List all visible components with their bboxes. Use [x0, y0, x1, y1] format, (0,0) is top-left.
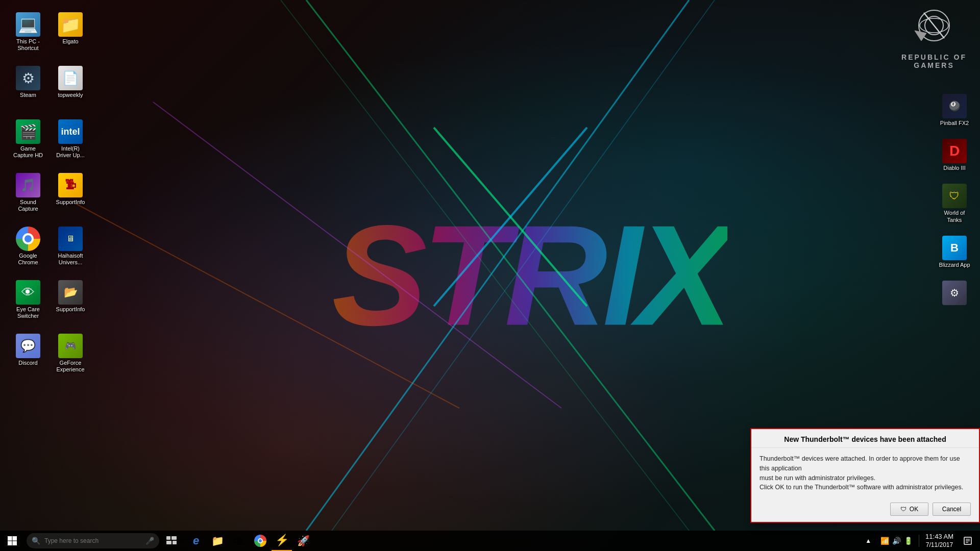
system-tray: ▲ 📶 🔊 🔋 11:43 AM 7/11/2017	[862, 531, 980, 551]
ok-label: OK	[910, 506, 918, 513]
tray-battery-icon[interactable]: 🔋	[904, 537, 913, 545]
steam-label: Steam	[20, 92, 36, 98]
blizzard-icon: B	[942, 236, 967, 260]
notification-icon	[964, 537, 972, 545]
desktop-icon-steam[interactable]: ⚙ Steam	[8, 64, 48, 101]
svg-rect-18	[172, 536, 177, 540]
desktop-icon-eyecare[interactable]: 👁 Eye CareSwitcher	[8, 278, 48, 321]
tray-separator	[919, 535, 919, 547]
desktop-icon-update[interactable]: ⚙	[934, 279, 975, 309]
dialog-buttons: 🛡 OK Cancel	[751, 498, 979, 522]
search-input[interactable]	[44, 537, 136, 544]
clock-time: 11:43 AM	[925, 533, 953, 541]
svg-rect-20	[173, 541, 177, 544]
topweekly-label: topweekly	[58, 92, 83, 98]
svg-rect-16	[13, 541, 17, 546]
taskbar-file-explorer[interactable]: 📁	[207, 531, 228, 551]
update-icon: ⚙	[942, 281, 967, 305]
clock-date: 7/11/2017	[926, 541, 953, 549]
edge-icon: e	[193, 534, 199, 547]
thunderbolt-dialog: New Thunderbolt™ devices have been attac…	[750, 428, 980, 523]
desktop-icon-chrome[interactable]: GoogleChrome	[8, 224, 48, 268]
desktop-icon-pinballfx2[interactable]: 🎱 Pinball FX2	[934, 92, 975, 129]
desktop-icon-blizzard[interactable]: B Blizzard App	[934, 234, 975, 270]
desktop-icon-diablo3[interactable]: D Diablo III	[934, 137, 975, 173]
pinballfx2-icon: 🎱	[942, 94, 967, 118]
rog-line1: REPUBLIC OF	[893, 53, 975, 61]
desktop-icons-left: 💻 This PC -Shortcut 📁 Elgato ⚙ Steam 📄 t…	[5, 5, 87, 495]
soundcapture-label: SoundCapture	[18, 199, 38, 212]
start-button[interactable]	[0, 531, 24, 551]
task-view-icon	[166, 536, 177, 545]
desktop-icon-topweekly[interactable]: 📄 topweekly	[50, 64, 91, 101]
svg-rect-15	[8, 541, 12, 546]
pinballfx2-label: Pinball FX2	[940, 120, 969, 127]
dialog-body-line1: Thunderbolt™ devices were attached. In o…	[760, 455, 960, 472]
taskbar-edge[interactable]: e	[186, 531, 206, 551]
tray-chevron-button[interactable]: ▲	[862, 537, 874, 544]
desktop-icons-right: 🎱 Pinball FX2 D Diablo III 🛡 World ofTan…	[934, 92, 975, 309]
dialog-body-line2: must be run with administrator privilege…	[760, 474, 875, 482]
gamecapture-icon: 🎬	[16, 119, 40, 144]
desktop-icon-supportinfo1[interactable]: 🗜 SupportInfo	[50, 171, 91, 208]
desktop-icon-gamecapture[interactable]: 🎬 GameCapture HD	[8, 117, 48, 161]
desktop-icon-worldoftanks[interactable]: 🛡 World ofTanks	[934, 182, 975, 225]
search-icon: 🔍	[32, 537, 40, 545]
desktop-icon-intel[interactable]: intel Intel(R)Driver Up...	[50, 117, 91, 161]
haihaisoft-label: HaihaisoftUnivers...	[58, 253, 83, 266]
intel-label: Intel(R)Driver Up...	[56, 145, 85, 159]
desktop-icon-geforce[interactable]: 🎮 GeForceExperience	[50, 332, 91, 375]
rocket-icon: 🚀	[297, 535, 310, 547]
notification-center-button[interactable]	[960, 531, 976, 551]
windows-logo-icon	[7, 536, 17, 546]
dialog-body-line3: Click OK to run the Thunderbolt™ softwar…	[760, 484, 963, 491]
taskbar-store[interactable]: 🛍	[229, 531, 249, 551]
rog-line2: GAMERS	[893, 61, 975, 69]
supportinfo1-icon: 🗜	[58, 173, 83, 197]
dialog-cancel-button[interactable]: Cancel	[933, 503, 971, 516]
explorer-icon: 📁	[211, 535, 224, 547]
desktop-icon-discord[interactable]: 💬 Discord	[8, 332, 48, 368]
desktop: STRIX REPUBLIC OF GAMERS 💻 This	[0, 0, 980, 551]
chrome-icon	[16, 227, 40, 251]
tray-volume-icon[interactable]: 🔊	[892, 537, 901, 545]
worldoftanks-label: World ofTanks	[944, 210, 965, 223]
haihaisoft-icon: 🖥	[58, 227, 83, 251]
taskbar-thunderbolt[interactable]: ⚡	[272, 531, 292, 551]
dialog-title: New Thunderbolt™ devices have been attac…	[751, 429, 979, 448]
task-view-button[interactable]	[161, 531, 182, 551]
taskbar-search[interactable]: 🔍 🎤	[27, 533, 159, 548]
dialog-body: Thunderbolt™ devices were attached. In o…	[751, 448, 979, 498]
desktop-icon-elgato[interactable]: 📁 Elgato	[50, 10, 91, 47]
supportinfo2-icon: 📂	[58, 280, 83, 305]
diablo3-label: Diablo III	[943, 165, 965, 171]
discord-icon: 💬	[16, 334, 40, 358]
desktop-icon-haihaisoft[interactable]: 🖥 HaihaisoftUnivers...	[50, 224, 91, 268]
taskbar-chrome[interactable]	[250, 531, 271, 551]
elgato-label: Elgato	[62, 38, 78, 45]
taskbar-rocket-app[interactable]: 🚀	[293, 531, 313, 551]
geforce-label: GeForceExperience	[56, 360, 84, 373]
gamecapture-label: GameCapture HD	[13, 145, 43, 159]
svg-rect-19	[166, 541, 172, 544]
this-pc-label: This PC -Shortcut	[16, 38, 40, 52]
desktop-icon-this-pc[interactable]: 💻 This PC -Shortcut	[8, 10, 48, 54]
rog-logo-svg	[901, 5, 967, 51]
svg-marker-12	[915, 31, 926, 41]
cancel-label: Cancel	[942, 506, 961, 513]
desktop-icon-supportinfo2[interactable]: 📂 SupportInfo	[50, 278, 91, 315]
soundcapture-icon: 🎵	[16, 173, 40, 197]
eyecare-label: Eye CareSwitcher	[16, 306, 40, 319]
clock-display[interactable]: 11:43 AM 7/11/2017	[921, 531, 958, 551]
diablo3-icon: D	[942, 139, 967, 163]
taskbar-pinned-apps: e 📁 🛍 ⚡ 🚀	[186, 531, 313, 551]
worldoftanks-icon: 🛡	[942, 184, 967, 208]
svg-rect-13	[8, 536, 12, 541]
dialog-ok-button[interactable]: 🛡 OK	[890, 503, 928, 516]
steam-icon: ⚙	[16, 66, 40, 90]
microphone-icon: 🎤	[145, 537, 154, 545]
topweekly-icon: 📄	[58, 66, 83, 90]
store-icon: 🛍	[234, 535, 244, 547]
desktop-icon-soundcapture[interactable]: 🎵 SoundCapture	[8, 171, 48, 214]
tray-network-icon[interactable]: 📶	[880, 537, 889, 545]
